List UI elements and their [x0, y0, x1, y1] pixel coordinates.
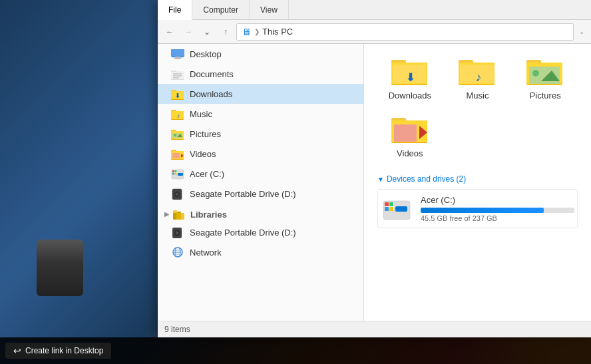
taskbar-tooltip: ↩ Create link in Desktop [5, 343, 111, 359]
device-item-acer[interactable]: Acer (C:) 45.5 GB free of 237 GB [377, 189, 578, 228]
svg-rect-76 [385, 207, 389, 211]
acer-device-info: Acer (C:) 45.5 GB free of 237 GB [421, 195, 574, 222]
content-pane: ⬇ Downloads ♪ [364, 44, 591, 321]
explorer-window: File Computer View ← → ⌄ ↑ 🖥 ❯ This PC ⌄ [158, 0, 591, 337]
sidebar-label-documents: Documents [190, 69, 234, 79]
address-separator: ❯ [254, 28, 260, 35]
pc-icon: 🖥 [242, 27, 252, 37]
sidebar-label-downloads: Downloads [190, 89, 232, 99]
sidebar-item-music[interactable]: ♪ Music [158, 104, 363, 124]
music-folder-icon: ♪ [171, 107, 184, 120]
svg-point-45 [176, 232, 178, 234]
sidebar-libraries-label: Libraries [190, 210, 227, 220]
downloads-folder-icon-large: ⬇ [391, 56, 429, 88]
acer-device-icon [381, 196, 413, 222]
acer-space-label: 45.5 GB free of 237 GB [421, 214, 574, 222]
svg-rect-75 [389, 202, 393, 206]
sidebar-item-acer[interactable]: Acer (C:) [158, 164, 363, 184]
sidebar-label-acer: Acer (C:) [190, 169, 224, 179]
content-item-pictures[interactable]: Pictures [512, 51, 578, 106]
sidebar-item-documents[interactable]: Documents [158, 64, 363, 84]
svg-text:♪: ♪ [476, 71, 482, 84]
network-icon [171, 246, 184, 259]
dropdown-button[interactable]: ⌄ [199, 24, 215, 40]
content-item-downloads[interactable]: ⬇ Downloads [377, 51, 443, 106]
svg-text:⬇: ⬇ [405, 72, 414, 83]
tab-computer[interactable]: Computer [192, 0, 250, 19]
content-label-videos: Videos [397, 148, 423, 158]
music-folder-icon-large: ♪ [459, 56, 496, 88]
sidebar-libraries-header[interactable]: ▶ Libraries [158, 204, 363, 222]
content-label-pictures: Pictures [530, 91, 561, 100]
svg-rect-3 [176, 57, 180, 58]
sidebar-label-music: Music [190, 109, 212, 119]
content-item-music[interactable]: ♪ Music [445, 51, 510, 106]
svg-text:♪: ♪ [177, 112, 180, 119]
content-label-downloads: Downloads [389, 91, 431, 100]
content-label-music: Music [467, 91, 489, 100]
desktop-folder-icon [171, 47, 184, 61]
svg-point-65 [532, 70, 539, 77]
sidebar-label-pictures: Pictures [190, 129, 221, 139]
sidebar-item-downloads[interactable]: ⬇ Downloads [158, 84, 363, 104]
svg-rect-33 [175, 170, 177, 172]
libraries-icon [173, 209, 186, 220]
tab-view[interactable]: View [250, 0, 289, 19]
svg-text:⬇: ⬇ [175, 92, 180, 99]
acer-device-name: Acer (C:) [421, 195, 574, 205]
svg-rect-42 [176, 213, 184, 220]
sidebar-label-desktop: Desktop [190, 49, 222, 59]
sidebar-label-seagate: Seagate Portable Drive (D:) [190, 189, 296, 199]
svg-rect-74 [385, 202, 389, 206]
documents-folder-icon [171, 67, 184, 81]
pictures-folder-icon-large [526, 56, 564, 88]
items-count: 9 items [164, 325, 190, 334]
acer-progress-bar [421, 208, 574, 213]
svg-rect-28 [172, 153, 180, 158]
seagate-drive-icon [171, 187, 184, 200]
svg-rect-36 [178, 173, 183, 176]
folders-grid: ⬇ Downloads ♪ [377, 51, 578, 164]
devices-chevron-icon: ▼ [377, 176, 384, 183]
svg-rect-35 [175, 173, 177, 175]
back-button[interactable]: ← [162, 24, 178, 40]
ribbon-tabs: File Computer View [158, 0, 591, 20]
tooltip-icon: ↩ [13, 345, 21, 356]
address-expand-btn[interactable]: ⌄ [576, 28, 587, 35]
sidebar-item-videos[interactable]: Videos [158, 144, 363, 164]
libraries-chevron-icon: ▶ [164, 211, 169, 218]
address-bar: ← → ⌄ ↑ 🖥 ❯ This PC ⌄ [158, 20, 591, 44]
acer-drive-icon [171, 167, 184, 180]
main-area: Desktop Documents [158, 44, 591, 321]
sidebar-item-seagate[interactable]: Seagate Portable Drive (D:) [158, 184, 363, 204]
svg-rect-41 [173, 210, 177, 213]
sidebar-label-videos: Videos [190, 149, 216, 159]
forward-button[interactable]: → [180, 24, 196, 40]
videos-folder-icon-large [391, 114, 429, 146]
svg-rect-2 [172, 50, 184, 57]
sidebar-seagate2[interactable]: Seagate Portable Drive (D:) [158, 222, 363, 242]
devices-section-label: Devices and drives (2) [387, 174, 466, 184]
desktop-hdd-icon [33, 240, 87, 306]
svg-rect-4 [174, 58, 181, 59]
downloads-folder-icon: ⬇ [171, 87, 184, 100]
svg-rect-70 [394, 124, 417, 142]
status-bar: 9 items [158, 321, 591, 337]
svg-rect-78 [395, 206, 407, 212]
up-button[interactable]: ↑ [218, 24, 234, 40]
sidebar-item-network[interactable]: Network [158, 242, 363, 262]
hdd-body [37, 240, 83, 296]
address-path-bar[interactable]: 🖥 ❯ This PC [236, 23, 574, 41]
sidebar-item-pictures[interactable]: Pictures [158, 124, 363, 144]
sidebar-item-desktop[interactable]: Desktop [158, 44, 363, 64]
content-item-videos[interactable]: Videos [377, 108, 443, 164]
sidebar: Desktop Documents [158, 44, 364, 321]
devices-section: ▼ Devices and drives (2) [377, 174, 578, 228]
svg-rect-77 [389, 207, 393, 211]
svg-rect-34 [172, 173, 174, 175]
tab-file[interactable]: File [158, 0, 192, 20]
devices-section-header: ▼ Devices and drives (2) [377, 174, 578, 184]
sidebar-label-network: Network [190, 248, 222, 258]
svg-point-39 [176, 193, 178, 196]
seagate2-icon [171, 226, 184, 239]
